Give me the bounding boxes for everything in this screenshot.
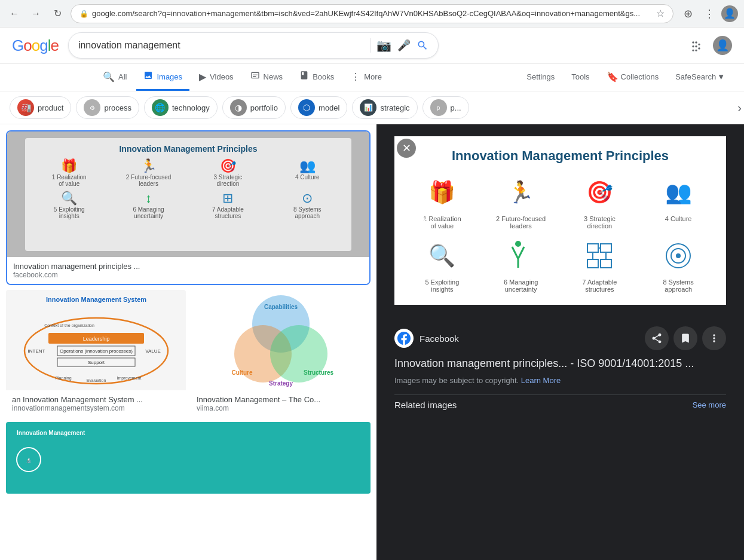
grid-item-venn[interactable]: Capabilities Culture Structures Strategy… (191, 290, 371, 417)
learn-more-link[interactable]: Learn More (521, 376, 561, 385)
nav-item-all[interactable]: 🔍 All (96, 64, 134, 91)
nav-item-images[interactable]: Images (136, 64, 189, 91)
svg-rect-27 (587, 259, 598, 268)
source-name: Facebook (420, 333, 459, 344)
save-button[interactable] (673, 326, 697, 350)
nav-item-books[interactable]: Books (292, 64, 341, 91)
imp-icon-1: 🎁 (423, 173, 461, 212)
featured-image-placeholder: Innovation Management Principles 🎁 1 Rea… (7, 131, 369, 257)
detail-main-image: Innovation Management Principles 🎁 1 Rea… (394, 136, 726, 305)
last-image: Innovation Management 🔬 (6, 422, 371, 494)
featured-image-caption: Innovation management principles ... fac… (7, 257, 369, 284)
prev-button[interactable]: ‹ (415, 210, 436, 231)
svg-rect-25 (587, 244, 598, 252)
related-header: Related images See more (394, 394, 726, 410)
featured-image-item[interactable]: Innovation Management Principles 🎁 1 Rea… (6, 130, 371, 285)
grid-item-ims[interactable]: Innovation Management System Leadership … (6, 290, 186, 417)
svg-text:Improvement: Improvement (117, 376, 141, 381)
imp-item-3: 🎯 3 Strategicdirection (564, 173, 636, 229)
search-input[interactable]: innovation management (78, 40, 364, 51)
reload-button[interactable]: ↻ (49, 5, 66, 22)
last-grid-item[interactable]: Innovation Management 🔬 (6, 422, 371, 494)
nav-item-videos[interactable]: ▶ Videos (192, 64, 241, 91)
chip-product[interactable]: 🏭 product (10, 96, 71, 119)
related-title: Related images (394, 400, 457, 410)
chip-technology[interactable]: 🌐 technology (144, 96, 218, 119)
svg-point-24 (515, 241, 521, 247)
grid-item-ims-source: innovationmanagementsystem.com (12, 404, 180, 412)
url-text: google.com/search?q=innovation+managemen… (92, 9, 653, 18)
more-options-button[interactable] (702, 326, 726, 350)
chip-portfolio[interactable]: ◑ portfolio (222, 96, 286, 119)
svg-text:Culture: Culture (231, 369, 252, 376)
svg-text:Capabilities: Capabilities (264, 304, 298, 310)
imp-icon-8 (659, 237, 697, 275)
detail-panel: ✕ ‹ › Innovation Management Principles 🎁… (376, 124, 744, 560)
image-grid-panel: Innovation Management Principles 🎁 1 Rea… (0, 124, 376, 560)
browser-actions: ⊕ ⋮ 👤 (678, 4, 738, 23)
nav-settings[interactable]: Settings (519, 66, 562, 89)
news-icon (250, 71, 260, 82)
menu-button[interactable]: ⋮ (700, 4, 719, 23)
grid-item-ims-caption: an Innovation Management System ... inno… (6, 390, 186, 417)
nav-tools[interactable]: Tools (564, 66, 596, 89)
nav-right: Settings Tools 🔖 Collections SafeSearch … (519, 65, 732, 90)
svg-text:Support: Support (87, 360, 105, 365)
search-navigation: 🔍 All Images ▶ Videos News Books ⋮ More … (0, 64, 744, 91)
google-search-button[interactable] (417, 39, 428, 51)
copyright-text: Images may be subject to copyright. Lear… (394, 376, 726, 385)
imp-title: Innovation Management Principles (406, 148, 714, 164)
camera-search-button[interactable]: 📷 (376, 38, 391, 53)
filter-bar: 🏭 product ⚙ process 🌐 technology ◑ portf… (0, 91, 744, 124)
extensions-button[interactable]: ⊕ (678, 4, 697, 23)
venn-image: Capabilities Culture Structures Strategy (191, 290, 371, 390)
imp-item-5: 🔍 5 Exploitinginsights (406, 237, 478, 293)
user-avatar[interactable]: 👤 (713, 36, 732, 55)
nav-item-news[interactable]: News (243, 64, 290, 91)
imp-label-8: 8 Systemsapproach (663, 279, 693, 293)
imp-label-3: 3 Strategicdirection (584, 215, 616, 229)
voice-search-button[interactable]: 🎤 (397, 39, 411, 52)
chip-more[interactable]: p p... (422, 96, 469, 119)
chip-portfolio-image: ◑ (230, 99, 247, 116)
imp-label-2: 2 Future-focusedleaders (496, 215, 546, 229)
close-button[interactable]: ✕ (397, 139, 416, 158)
images-icon (143, 71, 153, 82)
imp-label-7: 7 Adaptablestructures (582, 279, 617, 293)
svg-rect-28 (601, 259, 611, 268)
chip-process[interactable]: ⚙ process (76, 96, 139, 119)
featured-image-source: facebook.com (13, 271, 363, 279)
svg-text:Evaluation: Evaluation (86, 378, 106, 382)
forward-button[interactable]: → (27, 5, 44, 22)
back-button[interactable]: ← (6, 5, 23, 22)
browser-bar: ← → ↻ 🔒 google.com/search?q=innovation+m… (0, 0, 744, 27)
search-box: innovation management 📷 🎤 (68, 32, 439, 59)
see-more-link[interactable]: See more (693, 400, 726, 409)
chip-strategic[interactable]: 📊 strategic (352, 96, 417, 119)
filter-next-button[interactable]: › (720, 91, 744, 124)
imp-label-5: 5 Exploitinginsights (425, 279, 459, 293)
source-row: Facebook (394, 326, 726, 350)
nav-item-more[interactable]: ⋮ More (344, 64, 389, 91)
next-nav-button[interactable]: › (684, 210, 706, 231)
chip-process-image: ⚙ (84, 99, 100, 116)
bottom-grid: Innovation Management System Leadership … (6, 290, 371, 417)
imp-icon-7 (580, 237, 619, 275)
nav-collections[interactable]: 🔖 Collections (599, 65, 666, 90)
imp-item-8: 8 Systemsapproach (642, 237, 714, 293)
imp-icon-3: 🎯 (580, 173, 619, 212)
chevron-down-icon: ▼ (717, 72, 725, 81)
chip-technology-image: 🌐 (152, 99, 169, 116)
chip-more-image: p (430, 99, 447, 116)
share-button[interactable] (645, 326, 669, 350)
grid-item-venn-title: Innovation Management – The Co... (197, 395, 365, 404)
videos-icon: ▶ (199, 71, 206, 82)
header-actions: 👤 (684, 33, 732, 57)
ims-image: Innovation Management System Leadership … (6, 290, 186, 390)
safe-search[interactable]: SafeSearch ▼ (668, 66, 732, 89)
apps-button[interactable] (684, 33, 708, 57)
chip-model[interactable]: ⬡ model (290, 96, 347, 119)
profile-avatar[interactable]: 👤 (721, 5, 738, 22)
address-bar[interactable]: 🔒 google.com/search?q=innovation+managem… (71, 4, 673, 23)
imp-item-2: 🏃 2 Future-focusedleaders (485, 173, 557, 229)
